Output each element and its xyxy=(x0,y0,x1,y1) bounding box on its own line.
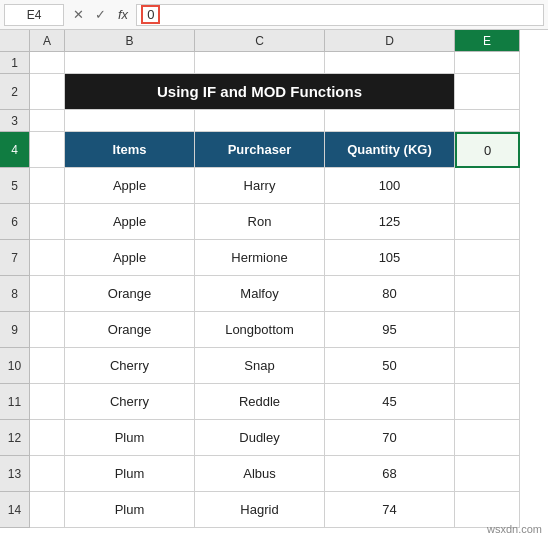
cell-a1[interactable] xyxy=(30,52,65,74)
cell-c10[interactable]: Snap xyxy=(195,348,325,384)
cell-c4-purchaser[interactable]: Purchaser xyxy=(195,132,325,168)
cell-c9[interactable]: Longbottom xyxy=(195,312,325,348)
col-header-b[interactable]: B xyxy=(65,30,195,52)
cell-d4-quantity[interactable]: Quantity (KG) xyxy=(325,132,455,168)
app-wrapper: E4 ✕ ✓ fx 0 A B C D E xyxy=(0,0,548,539)
cell-b13[interactable]: Plum xyxy=(65,456,195,492)
row-header-5[interactable]: 5 xyxy=(0,168,30,204)
cell-e11[interactable] xyxy=(455,384,520,420)
cell-ref-value: E4 xyxy=(27,8,42,22)
cell-b5[interactable]: Apple xyxy=(65,168,195,204)
row-header-8[interactable]: 8 xyxy=(0,276,30,312)
cell-e4-value[interactable]: 0 xyxy=(455,132,520,168)
cell-a8[interactable] xyxy=(30,276,65,312)
cell-reference-box[interactable]: E4 xyxy=(4,4,64,26)
cell-a6[interactable] xyxy=(30,204,65,240)
cell-d8[interactable]: 80 xyxy=(325,276,455,312)
cell-d12[interactable]: 70 xyxy=(325,420,455,456)
cell-e6[interactable] xyxy=(455,204,520,240)
cell-a13[interactable] xyxy=(30,456,65,492)
col-header-d[interactable]: D xyxy=(325,30,455,52)
cell-d11[interactable]: 45 xyxy=(325,384,455,420)
cell-b3[interactable] xyxy=(65,110,195,132)
cell-e10[interactable] xyxy=(455,348,520,384)
cell-e3[interactable] xyxy=(455,110,520,132)
cell-b7[interactable]: Apple xyxy=(65,240,195,276)
table-row: 6 Apple Ron 125 xyxy=(0,204,548,240)
cell-c11[interactable]: Reddle xyxy=(195,384,325,420)
row-header-4[interactable]: 4 xyxy=(0,132,30,168)
cell-d1[interactable] xyxy=(325,52,455,74)
formula-value[interactable]: 0 xyxy=(141,5,160,24)
cell-a3[interactable] xyxy=(30,110,65,132)
cell-b4-items[interactable]: Items xyxy=(65,132,195,168)
table-row: 10 Cherry Snap 50 xyxy=(0,348,548,384)
cell-b14[interactable]: Plum xyxy=(65,492,195,528)
table-row: 3 xyxy=(0,110,548,132)
cell-c8[interactable]: Malfoy xyxy=(195,276,325,312)
cell-d14[interactable]: 74 xyxy=(325,492,455,528)
cell-a14[interactable] xyxy=(30,492,65,528)
row-header-10[interactable]: 10 xyxy=(0,348,30,384)
cell-b11[interactable]: Cherry xyxy=(65,384,195,420)
row-header-6[interactable]: 6 xyxy=(0,204,30,240)
cell-e7[interactable] xyxy=(455,240,520,276)
formula-buttons: ✕ ✓ xyxy=(68,4,110,26)
cell-a11[interactable] xyxy=(30,384,65,420)
cell-c6[interactable]: Ron xyxy=(195,204,325,240)
row-header-3[interactable]: 3 xyxy=(0,110,30,132)
row-header-13[interactable]: 13 xyxy=(0,456,30,492)
cell-d6[interactable]: 125 xyxy=(325,204,455,240)
cell-b6[interactable]: Apple xyxy=(65,204,195,240)
table-row: 2 Using IF and MOD Functions xyxy=(0,74,548,110)
cell-a2[interactable] xyxy=(30,74,65,110)
table-row: 5 Apple Harry 100 xyxy=(0,168,548,204)
cell-d13[interactable]: 68 xyxy=(325,456,455,492)
cell-e9[interactable] xyxy=(455,312,520,348)
cell-b1[interactable] xyxy=(65,52,195,74)
cell-a10[interactable] xyxy=(30,348,65,384)
col-header-e[interactable]: E xyxy=(455,30,520,52)
cell-b2-title[interactable]: Using IF and MOD Functions xyxy=(65,74,455,110)
cell-a4[interactable] xyxy=(30,132,65,168)
cell-a7[interactable] xyxy=(30,240,65,276)
cancel-formula-icon[interactable]: ✕ xyxy=(68,4,88,26)
cell-e12[interactable] xyxy=(455,420,520,456)
cell-b8[interactable]: Orange xyxy=(65,276,195,312)
row-header-7[interactable]: 7 xyxy=(0,240,30,276)
cell-d9[interactable]: 95 xyxy=(325,312,455,348)
table-row: 12 Plum Dudley 70 xyxy=(0,420,548,456)
cell-c3[interactable] xyxy=(195,110,325,132)
cell-c1[interactable] xyxy=(195,52,325,74)
row-header-12[interactable]: 12 xyxy=(0,420,30,456)
cell-b10[interactable]: Cherry xyxy=(65,348,195,384)
cell-d5[interactable]: 100 xyxy=(325,168,455,204)
cell-d3[interactable] xyxy=(325,110,455,132)
cell-c7[interactable]: Hermione xyxy=(195,240,325,276)
row-header-1[interactable]: 1 xyxy=(0,52,30,74)
cell-a5[interactable] xyxy=(30,168,65,204)
confirm-formula-icon[interactable]: ✓ xyxy=(90,4,110,26)
cell-b9[interactable]: Orange xyxy=(65,312,195,348)
cell-d10[interactable]: 50 xyxy=(325,348,455,384)
cell-c12[interactable]: Dudley xyxy=(195,420,325,456)
cell-e2[interactable] xyxy=(455,74,520,110)
cell-c5[interactable]: Harry xyxy=(195,168,325,204)
cell-e1[interactable] xyxy=(455,52,520,74)
spreadsheet: A B C D E 1 2 xyxy=(0,30,548,539)
cell-e5[interactable] xyxy=(455,168,520,204)
col-header-a[interactable]: A xyxy=(30,30,65,52)
row-header-2[interactable]: 2 xyxy=(0,74,30,110)
cell-c14[interactable]: Hagrid xyxy=(195,492,325,528)
cell-e8[interactable] xyxy=(455,276,520,312)
row-header-9[interactable]: 9 xyxy=(0,312,30,348)
cell-c13[interactable]: Albus xyxy=(195,456,325,492)
cell-e13[interactable] xyxy=(455,456,520,492)
row-header-14[interactable]: 14 xyxy=(0,492,30,528)
cell-b12[interactable]: Plum xyxy=(65,420,195,456)
col-header-c[interactable]: C xyxy=(195,30,325,52)
cell-a9[interactable] xyxy=(30,312,65,348)
cell-d7[interactable]: 105 xyxy=(325,240,455,276)
cell-a12[interactable] xyxy=(30,420,65,456)
row-header-11[interactable]: 11 xyxy=(0,384,30,420)
